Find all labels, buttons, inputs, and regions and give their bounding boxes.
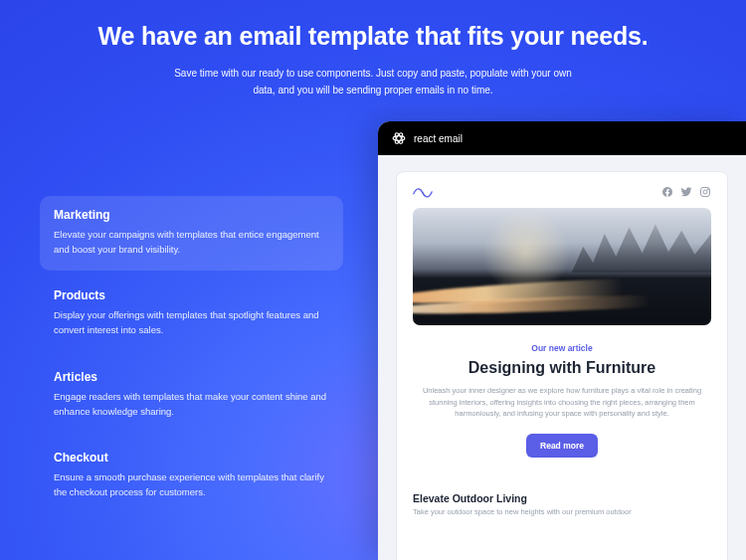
preview-titlebar: react email (378, 121, 746, 155)
social-links (661, 186, 711, 198)
svg-point-4 (703, 190, 707, 194)
tab-title: Checkout (54, 451, 329, 465)
secondary-article-desc: Take your outdoor space to new heights w… (413, 507, 711, 516)
facebook-icon[interactable] (661, 186, 673, 198)
email-card-header (413, 186, 711, 198)
tab-desc: Engage readers with templates that make … (54, 390, 327, 419)
category-tabs: Marketing Elevate your campaigns with te… (40, 196, 343, 520)
article-kicker: Our new article (413, 343, 711, 353)
email-canvas: Our new article Designing with Furniture… (378, 155, 746, 560)
tab-title: Articles (54, 370, 329, 384)
react-email-logo-icon (392, 131, 406, 145)
instagram-icon[interactable] (699, 186, 711, 198)
article-description: Unleash your inner designer as we explor… (415, 385, 709, 420)
tab-articles[interactable]: Articles Engage readers with templates t… (40, 358, 343, 433)
email-preview-window: react email (378, 121, 746, 560)
hero-subtitle: Save time with our ready to use componen… (174, 65, 572, 98)
svg-point-5 (707, 189, 708, 190)
twitter-icon[interactable] (680, 186, 692, 198)
secondary-article-title: Elevate Outdoor Living (413, 492, 711, 504)
secondary-article: Elevate Outdoor Living Take your outdoor… (413, 492, 711, 520)
tab-desc: Elevate your campaigns with templates th… (54, 228, 327, 257)
tab-desc: Display your offerings with templates th… (54, 308, 327, 337)
hero: We have an email template that fits your… (0, 0, 746, 98)
tab-title: Products (54, 288, 329, 302)
brand-logo-icon (413, 186, 433, 198)
tab-checkout[interactable]: Checkout Ensure a smooth purchase experi… (40, 439, 343, 513)
tab-marketing[interactable]: Marketing Elevate your campaigns with te… (40, 196, 343, 271)
tab-title: Marketing (54, 208, 329, 222)
article-title: Designing with Furniture (413, 359, 711, 377)
app-name: react email (414, 133, 463, 144)
tab-desc: Ensure a smooth purchase experience with… (54, 470, 327, 499)
email-card: Our new article Designing with Furniture… (396, 171, 728, 560)
hero-title: We have an email template that fits your… (0, 22, 746, 51)
svg-point-0 (393, 136, 405, 141)
divider (413, 475, 711, 476)
tab-products[interactable]: Products Display your offerings with tem… (40, 277, 343, 351)
article-hero-image (413, 208, 711, 325)
read-more-button[interactable]: Read more (526, 434, 598, 458)
